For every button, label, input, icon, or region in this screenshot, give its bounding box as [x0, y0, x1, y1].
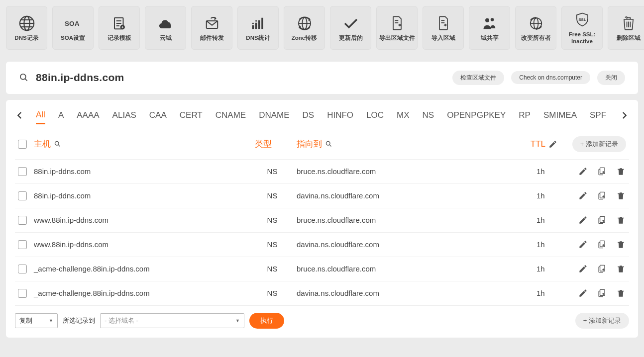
- row-checkbox[interactable]: [18, 240, 27, 249]
- close-button[interactable]: 关闭: [597, 71, 625, 85]
- tab-spf[interactable]: SPF: [590, 107, 606, 123]
- delete-icon[interactable]: [616, 288, 626, 298]
- row-checkbox[interactable]: [18, 265, 27, 273]
- cell-type: NS: [255, 191, 290, 200]
- tab-all[interactable]: All: [36, 107, 45, 124]
- edit-icon[interactable]: [578, 215, 588, 225]
- toolbar-zone-transfer[interactable]: Zone转移: [284, 6, 325, 50]
- toolbar-import-zone[interactable]: 导入区域: [423, 6, 464, 50]
- tab-cert[interactable]: CERT: [180, 107, 203, 123]
- domain-select-value: - 选择域名 -: [105, 316, 138, 325]
- row-checkbox[interactable]: [18, 216, 27, 225]
- svg-point-16: [252, 22, 253, 24]
- tab-a[interactable]: A: [58, 107, 64, 123]
- toolbar-mail-forward[interactable]: 邮件转发: [191, 6, 232, 50]
- edit-icon[interactable]: [578, 264, 588, 274]
- toolbar-after-update[interactable]: 更新后的: [330, 6, 371, 50]
- add-record-button-bottom[interactable]: + 添加新记录: [575, 313, 629, 329]
- check-zone-button[interactable]: 检查区域文件: [452, 71, 504, 85]
- dropdown-icon: ▼: [49, 318, 53, 323]
- cell-type: NS: [255, 167, 290, 176]
- cell-host: _acme-challenge.88in.ip-ddns.com: [34, 289, 248, 297]
- tab-openpgpkey[interactable]: OPENPGPKEY: [447, 107, 506, 123]
- tab-ds[interactable]: DS: [303, 107, 315, 123]
- toolbar-label: 邮件转发: [200, 35, 224, 42]
- toolbar-delete-zone[interactable]: 删除区域: [608, 6, 644, 50]
- toolbar-record-templates[interactable]: 记录模板: [99, 6, 140, 50]
- toolbar-dns-stats[interactable]: DNS统计: [237, 6, 279, 50]
- edit-icon[interactable]: [578, 167, 588, 177]
- tab-cname[interactable]: CNAME: [215, 107, 246, 123]
- edit-icon[interactable]: [578, 240, 588, 250]
- tab-smimea[interactable]: SMIMEA: [543, 107, 577, 123]
- toolbar-domain-share[interactable]: 域共享: [469, 6, 510, 50]
- col-ttl[interactable]: TTL: [531, 139, 565, 149]
- cell-points: davina.ns.cloudflare.com: [297, 191, 530, 200]
- row-checkbox[interactable]: [18, 191, 27, 200]
- domain-select[interactable]: - 选择域名 - ▼: [100, 313, 244, 328]
- dns-records-icon: [18, 15, 35, 32]
- col-host[interactable]: 主机: [34, 138, 248, 150]
- copy-icon[interactable]: [597, 191, 607, 201]
- check-dns-button[interactable]: Check on dns.computer: [511, 71, 590, 84]
- edit-ttl-icon[interactable]: [548, 140, 557, 149]
- tab-dname[interactable]: DNAME: [259, 107, 289, 123]
- copy-icon[interactable]: [597, 167, 607, 177]
- edit-icon[interactable]: [578, 288, 588, 298]
- tab-loc[interactable]: LOC: [366, 107, 384, 123]
- col-points[interactable]: 指向到: [297, 138, 524, 150]
- bulk-action-select[interactable]: 复制 ▼: [15, 313, 58, 328]
- cell-host: _acme-challenge.88in.ip-ddns.com: [34, 265, 248, 273]
- svg-rect-44: [600, 265, 605, 271]
- toolbar-label: Zone转移: [292, 35, 317, 42]
- svg-text:SOA: SOA: [65, 20, 80, 27]
- cell-type: NS: [255, 265, 290, 273]
- toolbar-label: 删除区域: [617, 35, 641, 42]
- delete-icon[interactable]: [616, 167, 626, 177]
- delete-icon[interactable]: [616, 240, 626, 250]
- toolbar-label: DNS记录: [14, 35, 38, 42]
- tabs-next-icon[interactable]: [619, 111, 629, 120]
- row-checkbox[interactable]: [18, 167, 27, 176]
- delete-icon[interactable]: [616, 191, 626, 201]
- svg-rect-41: [600, 192, 605, 198]
- toolbar-export-zone[interactable]: 导出区域文件: [376, 6, 418, 50]
- records-to-label: 所选记录到: [63, 316, 95, 325]
- toolbar-change-owner[interactable]: 改变所有者: [515, 6, 556, 50]
- toolbar-free-ssl[interactable]: SSLFree SSL: inactive: [561, 6, 603, 50]
- tab-ns[interactable]: NS: [423, 107, 434, 123]
- svg-rect-13: [255, 23, 257, 29]
- copy-icon[interactable]: [597, 288, 607, 298]
- add-record-button-top[interactable]: + 添加新记录: [572, 136, 626, 152]
- tab-mx[interactable]: MX: [397, 107, 410, 123]
- copy-icon[interactable]: [597, 240, 607, 250]
- edit-icon[interactable]: [578, 191, 588, 201]
- search-points-icon[interactable]: [325, 140, 333, 148]
- toolbar-label: 云域: [160, 35, 172, 42]
- toolbar-label: 更新后的: [339, 35, 363, 42]
- execute-button[interactable]: 执行: [249, 313, 284, 329]
- toolbar-label: SOA设置: [61, 35, 85, 42]
- toolbar-soa-settings[interactable]: SOASOA设置: [52, 6, 94, 50]
- search-host-icon[interactable]: [54, 140, 62, 148]
- free-ssl-icon: SSL: [574, 11, 591, 28]
- delete-icon[interactable]: [616, 264, 626, 274]
- col-type[interactable]: 类型: [255, 138, 290, 150]
- svg-point-36: [55, 141, 59, 145]
- tab-alias[interactable]: ALIAS: [112, 107, 136, 123]
- toolbar-cloud-domain[interactable]: 云域: [145, 6, 186, 50]
- tabs-prev-icon[interactable]: [15, 111, 25, 120]
- select-all-checkbox[interactable]: [18, 140, 27, 149]
- tab-hinfo[interactable]: HINFO: [327, 107, 353, 123]
- tab-rp[interactable]: RP: [519, 107, 531, 123]
- row-checkbox[interactable]: [18, 289, 27, 298]
- tab-caa[interactable]: CAA: [149, 107, 167, 123]
- tab-aaaa[interactable]: AAAA: [77, 107, 99, 123]
- cell-host: 88in.ip-ddns.com: [34, 191, 248, 200]
- cell-ttl: 1h: [537, 289, 571, 297]
- delete-icon[interactable]: [616, 215, 626, 225]
- records-tbody: 88in.ip-ddns.comNSbruce.ns.cloudflare.co…: [15, 160, 629, 306]
- toolbar-dns-records[interactable]: DNS记录: [6, 6, 47, 50]
- copy-icon[interactable]: [597, 215, 607, 225]
- copy-icon[interactable]: [597, 264, 607, 274]
